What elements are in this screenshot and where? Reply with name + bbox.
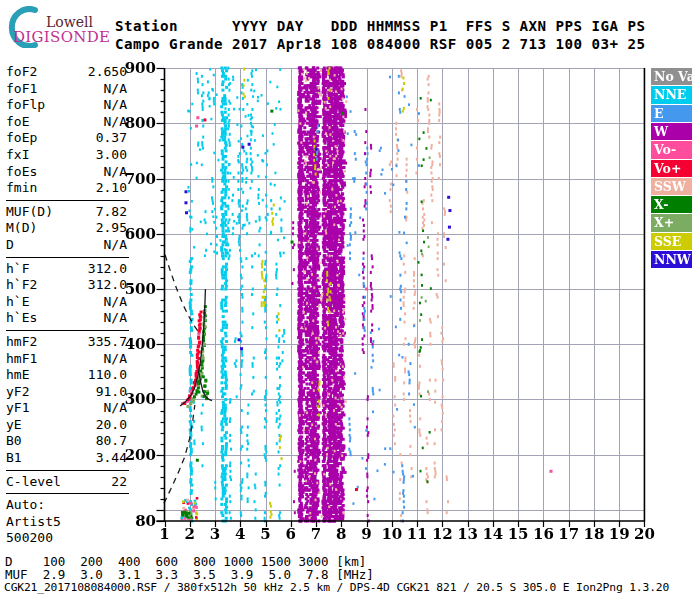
x-axis-label: 16 (530, 526, 556, 542)
legend-label: SSE (654, 234, 681, 249)
x-axis-label: 11 (404, 526, 430, 542)
digisonde-ionogram-window: { "logo": {"brand_top": "Lowell", "brand… (0, 0, 700, 600)
param-value: N/A (104, 81, 127, 98)
param-label: h`Es (6, 310, 37, 327)
brand-logo: Lowell DIGISONDE (6, 4, 116, 46)
header-line2: Campo Grande 2017 Apr18 108 084000 RSF 0… (115, 36, 646, 52)
legend-item-e: E (651, 105, 692, 122)
x-axis-label: 2 (177, 526, 203, 542)
y-axis-label: 600 (122, 226, 156, 242)
param-label: h`F2 (6, 277, 37, 294)
param-label: foEp (6, 130, 37, 147)
separator (6, 330, 129, 331)
legend-item-nnw: NNW (651, 251, 692, 268)
param-label: foF1 (6, 81, 37, 98)
auto-info-text: Auto: (6, 497, 45, 514)
param-row: foF22.650 (6, 64, 127, 81)
y-axis-label: 300 (122, 391, 156, 407)
param-label: foEs (6, 164, 37, 181)
param-row: hmE110.0 (6, 367, 127, 384)
param-label: B0 (6, 433, 22, 450)
header-line1: Station YYYY DAY DDD HHMMSS P1 FFS S AXN… (115, 18, 646, 34)
param-panel: foF22.650foF1N/AfoFlpN/AfoEN/AfoEp0.37fx… (6, 64, 127, 547)
param-row: h`EsN/A (6, 310, 127, 327)
x-axis-label: 1 (152, 526, 178, 542)
x-axis-label: 8 (328, 526, 354, 542)
param-row: hmF1N/A (6, 351, 127, 368)
param-row: B080.7 (6, 433, 127, 450)
param-row: MUF(D)7.82 (6, 204, 127, 221)
x-axis-label: 6 (278, 526, 304, 542)
param-label: hmF2 (6, 334, 37, 351)
legend-label: W (654, 124, 668, 139)
legend-label: NNW (654, 252, 691, 267)
param-row: foEN/A (6, 114, 127, 131)
param-value: 312.0 (88, 261, 127, 278)
legend-label: X+ (654, 215, 674, 230)
param-row: DN/A (6, 237, 127, 254)
param-row: h`F312.0 (6, 261, 127, 278)
param-row: foF1N/A (6, 81, 127, 98)
y-axis-label: 200 (122, 447, 156, 463)
legend-label: SSW (654, 179, 686, 194)
legend-label: Vo+ (654, 161, 681, 176)
auto-info-line: Artist5 (6, 514, 127, 531)
param-label: B1 (6, 450, 22, 467)
param-label: yF1 (6, 400, 29, 417)
param-label: yE (6, 417, 22, 434)
legend-item-vo: Vo+ (651, 160, 692, 177)
legend-label: Vo- (654, 142, 676, 157)
x-axis-label: 3 (202, 526, 228, 542)
param-value: 20.0 (96, 417, 127, 434)
separator (6, 470, 129, 471)
param-label: hmF1 (6, 351, 37, 368)
x-axis-label: 18 (581, 526, 607, 542)
y-axis-label: 500 (122, 281, 156, 297)
param-label: yF2 (6, 384, 29, 401)
param-label: fxI (6, 147, 29, 164)
brand-digisonde: DIGISONDE (13, 28, 110, 46)
legend-item-x: X+ (651, 214, 692, 231)
param-row: fxI3.00 (6, 147, 127, 164)
param-value: N/A (104, 351, 127, 368)
param-label: fmin (6, 180, 37, 197)
muf-row: MUF 2.9 3.0 3.1 3.3 3.5 3.9 5.0 7.8 [MHz… (5, 567, 374, 582)
param-value: N/A (104, 97, 127, 114)
param-label: foFlp (6, 97, 45, 114)
param-row: h`EN/A (6, 294, 127, 311)
x-axis-label: 5 (253, 526, 279, 542)
x-axis-label: 4 (227, 526, 253, 542)
param-row: M(D)2.95 (6, 220, 127, 237)
separator (6, 200, 129, 201)
x-axis-label: 12 (429, 526, 455, 542)
param-value: 7.82 (96, 204, 127, 221)
param-label: MUF(D) (6, 204, 53, 221)
auto-info-text: Artist5 (6, 514, 61, 531)
legend-item-nne: NNE (651, 86, 692, 103)
x-axis-label: 20 (631, 526, 657, 542)
param-value: 110.0 (88, 367, 127, 384)
param-row: foEp0.37 (6, 130, 127, 147)
legend-label: X- (654, 197, 668, 212)
param-label: foE (6, 114, 29, 131)
legend-item-vo: Vo- (651, 141, 692, 158)
param-value: N/A (104, 310, 127, 327)
legend-item-noval: No Val (651, 68, 692, 85)
param-row: h`F2312.0 (6, 277, 127, 294)
param-label: h`E (6, 294, 29, 311)
param-value: 22 (111, 474, 127, 491)
param-row: yF1N/A (6, 400, 127, 417)
status-line: CGK21_2017108084000.RSF / 380fx512h 50 k… (4, 581, 669, 594)
x-axis-label: 14 (480, 526, 506, 542)
param-row: hmF2335.7 (6, 334, 127, 351)
legend-label: NNE (654, 87, 686, 102)
param-label: hmE (6, 367, 29, 384)
param-row: C-level22 (6, 474, 127, 491)
legend-item-w: W (651, 123, 692, 140)
param-row: yE20.0 (6, 417, 127, 434)
param-row: fmin2.10 (6, 180, 127, 197)
param-label: D (6, 237, 14, 254)
x-axis-label: 9 (354, 526, 380, 542)
x-axis-label: 10 (379, 526, 405, 542)
legend-item-x: X- (651, 196, 692, 213)
